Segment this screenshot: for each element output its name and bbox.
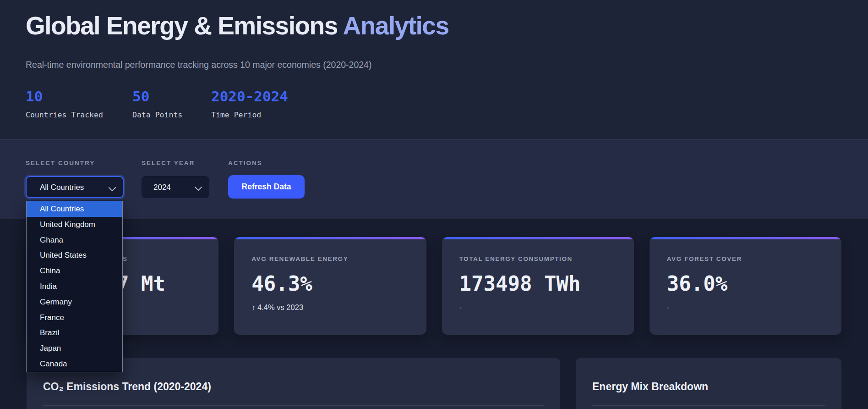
energy-mix-breakdown-chart-card: Energy Mix Breakdown xyxy=(576,358,841,409)
controls-bar: SELECT COUNTRY SELECT YEAR ACTIONS All C… xyxy=(0,140,868,219)
dropdown-option-japan[interactable]: Japan xyxy=(27,341,122,356)
page-title-primary: Global Energy & Emissions xyxy=(26,11,338,40)
page-header: Global Energy & Emissions Analytics Real… xyxy=(0,0,868,140)
stat-card-sub: - xyxy=(459,303,634,312)
stat-data-points: 50 Data Points xyxy=(132,88,182,119)
stat-time-period: 2020-2024 Time Period xyxy=(211,88,288,119)
chart-title: Energy Mix Breakdown xyxy=(592,381,841,393)
stat-cards-row: TOTAL CO₂ EMISSIONS 23415.7 Mt AVG RENEW… xyxy=(27,237,841,335)
divider xyxy=(43,405,544,406)
stat-card-label: AVG FOREST COVER xyxy=(667,255,841,262)
main-content: TOTAL CO₂ EMISSIONS 23415.7 Mt AVG RENEW… xyxy=(0,219,868,409)
dropdown-option-germany[interactable]: Germany xyxy=(27,294,122,310)
stat-card-avg-forest-cover: AVG FOREST COVER 36.0% - xyxy=(650,237,841,335)
year-select[interactable]: 2024 xyxy=(142,176,209,198)
stat-value: 10 xyxy=(26,88,103,105)
page-subtitle: Real-time environmental performance trac… xyxy=(26,60,371,70)
divider xyxy=(592,405,825,406)
dropdown-option-canada[interactable]: Canada xyxy=(27,356,122,372)
charts-row: CO₂ Emissions Trend (2020-2024) Energy M… xyxy=(27,358,841,409)
summary-stats: 10 Countries Tracked 50 Data Points 2020… xyxy=(26,88,392,125)
country-dropdown-list: All Countries United Kingdom Ghana Unite… xyxy=(26,201,123,372)
stat-card-total-energy-consumption: TOTAL ENERGY CONSUMPTION 173498 TWh - xyxy=(442,237,634,335)
page-title: Global Energy & Emissions Analytics xyxy=(26,11,449,40)
stat-card-sub: ↑ 4.4% vs 2023 xyxy=(251,303,426,312)
chart-title: CO₂ Emissions Trend (2020-2024) xyxy=(43,381,560,393)
refresh-data-button[interactable]: Refresh Data xyxy=(228,175,305,199)
stat-card-label: TOTAL ENERGY CONSUMPTION xyxy=(459,255,634,262)
stat-card-label: AVG RENEWABLE ENERGY xyxy=(251,255,426,262)
page-title-accent: Analytics xyxy=(343,11,449,40)
dropdown-option-china[interactable]: China xyxy=(27,263,122,279)
chevron-down-icon xyxy=(195,183,202,191)
stat-card-sub: - xyxy=(667,303,841,312)
select-year-label: SELECT YEAR xyxy=(142,160,195,166)
country-select[interactable]: All Countries xyxy=(26,176,124,198)
country-select-value: All Countries xyxy=(40,177,84,198)
stat-card-avg-renewable-energy: AVG RENEWABLE ENERGY 46.3% ↑ 4.4% vs 202… xyxy=(234,237,426,335)
chevron-down-icon xyxy=(109,184,116,192)
dropdown-option-united-states[interactable]: United States xyxy=(27,248,122,263)
actions-label: ACTIONS xyxy=(228,160,262,166)
dropdown-option-france[interactable]: France xyxy=(27,310,122,326)
stat-card-value: 36.0% xyxy=(667,272,841,295)
select-country-label: SELECT COUNTRY xyxy=(26,160,95,166)
dropdown-option-ghana[interactable]: Ghana xyxy=(27,232,122,248)
year-select-value: 2024 xyxy=(153,177,171,199)
dropdown-option-all-countries[interactable]: All Countries xyxy=(27,201,122,217)
stat-label: Countries Tracked xyxy=(26,111,103,119)
stat-card-value: 173498 TWh xyxy=(459,272,634,295)
stat-value: 50 xyxy=(132,88,182,105)
stat-label: Time Period xyxy=(211,111,288,119)
dropdown-option-brazil[interactable]: Brazil xyxy=(27,325,122,341)
dropdown-option-united-kingdom[interactable]: United Kingdom xyxy=(27,217,122,232)
dropdown-option-india[interactable]: India xyxy=(27,279,122,294)
stat-countries-tracked: 10 Countries Tracked xyxy=(26,88,103,119)
stat-value: 2020-2024 xyxy=(211,88,288,105)
stat-label: Data Points xyxy=(132,111,182,119)
stat-card-value: 46.3% xyxy=(251,272,426,295)
